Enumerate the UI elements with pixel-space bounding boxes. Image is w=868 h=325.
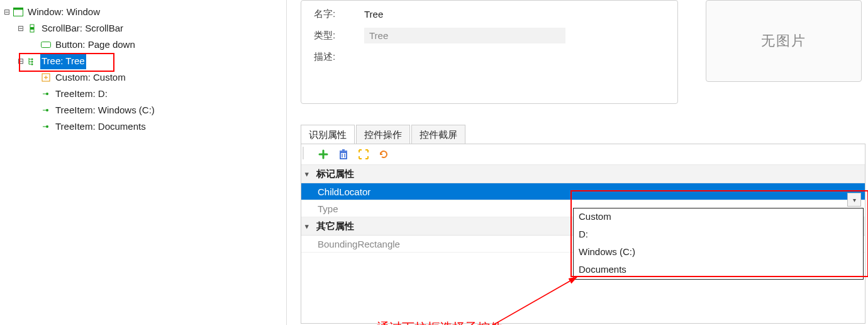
svg-rect-1 — [14, 8, 23, 10]
annotation-arrow-icon — [489, 272, 583, 325]
button-icon — [40, 39, 52, 50]
preview-image-box: 无图片 — [706, 0, 862, 82]
tree-item-label: Custom: Custom — [54, 69, 127, 86]
prop-type-value: Tree — [364, 28, 565, 43]
property-summary-panel: 名字: Tree 类型: Tree 描述: — [301, 0, 678, 104]
add-button[interactable] — [316, 147, 330, 161]
svg-point-6 — [31, 61, 33, 63]
treeitem-icon — [40, 121, 52, 132]
dropdown-toggle-button[interactable]: ▾ — [847, 193, 861, 207]
svg-rect-4 — [42, 42, 51, 48]
annotation-text: 通过下拉框选择子控件 — [377, 319, 503, 325]
expander-icon[interactable]: ⊟ — [16, 53, 25, 69]
delete-button[interactable] — [337, 147, 350, 161]
dropdown-option-documents[interactable]: Documents — [574, 261, 863, 279]
dropdown-option-windows-c[interactable]: Windows (C:) — [574, 244, 863, 261]
tree-item-window[interactable]: ⊟ Window: Window — [3, 4, 284, 20]
tree-item-custom[interactable]: Custom: Custom — [3, 69, 284, 86]
section-marker-properties[interactable]: ▾ 标记属性 — [301, 165, 865, 183]
cell-key-bounding: BoundingRectangle — [301, 239, 572, 249]
svg-point-11 — [46, 125, 48, 128]
custom-icon — [40, 72, 52, 83]
window-icon — [13, 6, 24, 18]
chevron-down-icon: ▾ — [305, 170, 314, 178]
grid-toolbar — [301, 144, 865, 165]
prop-desc-label: 描述: — [314, 51, 364, 63]
cell-key-type: Type — [301, 203, 572, 214]
row-childlocator[interactable]: ChildLocator — [301, 183, 865, 200]
tree-item-d[interactable]: TreeItem: D: — [3, 86, 284, 102]
refresh-button[interactable] — [377, 147, 391, 161]
tree-item-label: ScrollBar: ScrollBar — [40, 20, 125, 37]
highlight-button[interactable] — [357, 147, 370, 161]
section-label: 标记属性 — [316, 168, 354, 180]
tab-identify-properties[interactable]: 识别属性 — [301, 125, 355, 144]
svg-point-10 — [46, 109, 48, 111]
no-image-text: 无图片 — [761, 31, 806, 50]
svg-rect-3 — [30, 27, 34, 30]
treeitem-icon — [40, 105, 52, 116]
prop-name-label: 名字: — [314, 8, 364, 20]
treeitem-icon — [40, 88, 52, 100]
expander-icon[interactable]: ⊟ — [16, 20, 25, 37]
identify-properties-panel: ▾ 标记属性 ChildLocator Type ▾ 其它属性 Bounding… — [301, 144, 865, 324]
chevron-down-icon: ▾ — [305, 222, 314, 231]
tree-item-scrollbar[interactable]: ⊟ ScrollBar: ScrollBar — [3, 20, 284, 37]
svg-rect-12 — [340, 152, 347, 159]
expander-icon[interactable]: ⊟ — [3, 4, 11, 20]
chevron-down-icon: ▾ — [853, 197, 856, 203]
tab-control-operations[interactable]: 控件操作 — [356, 125, 410, 144]
scrollbar-icon — [26, 23, 38, 34]
dropdown-option-custom[interactable]: Custom — [574, 208, 863, 226]
property-grid: ▾ 标记属性 ChildLocator Type ▾ 其它属性 Bounding… — [301, 165, 865, 253]
tree-item-windows-c[interactable]: TreeItem: Windows (C:) — [3, 102, 284, 118]
tree-item-label: TreeItem: Documents — [54, 118, 147, 135]
toolbar-divider — [303, 147, 304, 159]
dropdown-list: Custom D: Windows (C:) Documents — [573, 208, 864, 280]
tree-item-button[interactable]: Button: Page down — [3, 37, 284, 53]
tree-item-label: TreeItem: D: — [54, 86, 109, 102]
tree-item-label: Button: Page down — [54, 37, 136, 53]
svg-point-5 — [31, 59, 33, 60]
tree-panel: ⊟ Window: Window ⊟ ScrollBar: ScrollBar … — [0, 0, 287, 325]
dropdown-option-d[interactable]: D: — [574, 226, 863, 244]
tree-icon — [26, 55, 38, 67]
svg-line-13 — [492, 277, 577, 325]
cell-key-childlocator: ChildLocator — [301, 186, 572, 197]
tree-item-documents[interactable]: TreeItem: Documents — [3, 118, 284, 135]
tree-item-label: TreeItem: Windows (C:) — [54, 102, 156, 118]
ui-element-tree: ⊟ Window: Window ⊟ ScrollBar: ScrollBar … — [0, 0, 286, 139]
tree-item-tree[interactable]: ⊟ Tree: Tree — [3, 53, 284, 69]
tree-item-label: Tree: Tree — [40, 53, 86, 69]
tab-strip: 识别属性 控件操作 控件截屏 — [301, 125, 467, 144]
childlocator-dropdown: ▾ Custom D: Windows (C:) Documents — [573, 208, 864, 280]
prop-type-label: 类型: — [314, 30, 364, 42]
prop-name-value: Tree — [364, 9, 383, 20]
tree-item-label: Window: Window — [26, 4, 101, 20]
svg-point-9 — [46, 93, 48, 95]
tab-control-screenshot[interactable]: 控件截屏 — [411, 125, 465, 144]
section-label: 其它属性 — [316, 220, 354, 232]
svg-point-7 — [31, 64, 33, 66]
